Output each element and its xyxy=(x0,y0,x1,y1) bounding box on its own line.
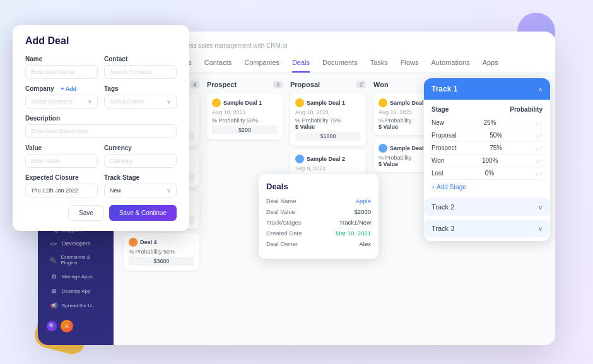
stage-won: Won xyxy=(432,157,444,164)
deals-row-date: Created Date Mar 10, 2021 xyxy=(266,230,371,237)
arrow-up[interactable]: ↑ xyxy=(539,170,543,177)
desktop-icon: 🖥 xyxy=(49,288,58,295)
track3-title: Track 3 xyxy=(432,225,454,232)
deal-track-label: Track/Stages xyxy=(266,219,302,226)
deal-title: Deal 4 xyxy=(129,238,194,247)
manage-icon: ⚙ xyxy=(49,273,58,280)
save-button[interactable]: Save xyxy=(68,205,104,221)
deal-card[interactable]: Deal 4 % Probability 50% $3600 xyxy=(124,233,199,271)
deal-value-label: Deal Value xyxy=(266,208,295,215)
deal-amount: $200 xyxy=(212,126,278,134)
sidebar-item-developers[interactable]: </> Developers xyxy=(44,237,107,250)
deal-avatar xyxy=(212,98,221,107)
deal-date: Aug 10, 2021 xyxy=(295,109,361,115)
currency-input[interactable]: Currency xyxy=(104,154,177,168)
arrow-down[interactable]: ↓ xyxy=(536,170,539,177)
value-label: Value xyxy=(25,144,98,151)
deal-card[interactable]: Sample Deal 1 Aug 10, 2021 % Probability… xyxy=(290,93,366,146)
arrow-down[interactable]: ↓ xyxy=(536,158,539,164)
add-stage-button[interactable]: + Add Stage xyxy=(432,184,466,191)
tab-companies[interactable]: Companies xyxy=(244,59,279,73)
deal-amount: $1800 xyxy=(295,132,361,141)
deal-track-value: Track1/New xyxy=(339,219,371,226)
chevron-down-icon: ∨ xyxy=(538,225,543,232)
track1-body: Stage Probability New 25% ↓ ↑ Proposal 5… xyxy=(424,100,550,198)
value-input[interactable]: Enter Value xyxy=(25,154,98,168)
name-input[interactable]: Enter Deal Name xyxy=(25,65,98,79)
track2-title: Track 2 xyxy=(432,203,454,211)
deal-name-value: Apple xyxy=(356,197,371,204)
tab-flows[interactable]: Flows xyxy=(401,59,419,73)
sidebar-item-extensions[interactable]: 🔌 Extensions & Plugins xyxy=(44,251,107,269)
deal-date-label: Created Date xyxy=(266,230,302,237)
track2-item[interactable]: Track 2 ∨ xyxy=(424,198,550,216)
sidebar-item-desktop[interactable]: 🖥 Desktop App xyxy=(44,285,107,298)
tab-automations[interactable]: Automations xyxy=(432,59,470,73)
dropdown-icon: ∨ xyxy=(167,187,171,194)
tab-tasks[interactable]: Tasks xyxy=(370,59,388,73)
track-row-prospect: Prospect 75% ↓ ↑ xyxy=(432,142,543,155)
closure-input[interactable]: Thu 11th Jan 2022 xyxy=(25,184,98,197)
contact-input[interactable]: Search Contacts xyxy=(104,65,177,79)
tab-apps[interactable]: Apps xyxy=(483,59,498,73)
arrow-down[interactable]: ↓ xyxy=(536,145,539,151)
sidebar-footer: 🔍 A xyxy=(38,315,114,338)
prob-lost: 0% xyxy=(485,170,494,177)
track-label: Track Stage xyxy=(104,174,177,181)
stage-prospect: Prospect xyxy=(432,144,456,151)
column-prospect-title: Prospect xyxy=(207,81,237,88)
track-field: Track Stage New ∨ xyxy=(104,174,177,197)
track-row-won: Won 100% ↓ ↑ xyxy=(432,155,543,167)
deal-probability: % Probability 50% xyxy=(129,249,194,255)
deal-owner-label: Deal Owner xyxy=(266,240,298,247)
tab-contacts[interactable]: Contacts xyxy=(204,59,232,73)
deals-row-value: Deal Value $2000 xyxy=(266,208,371,215)
column-won-title: Won xyxy=(373,81,389,88)
sidebar-item-manage[interactable]: ⚙ Manage Apps xyxy=(44,270,107,283)
track-select[interactable]: New ∨ xyxy=(104,184,177,197)
arrow-down[interactable]: ↓ xyxy=(536,132,539,139)
deals-row-track: Track/Stages Track1/New xyxy=(266,219,371,226)
description-input[interactable]: Enter Deal Description xyxy=(25,124,177,138)
deal-avatar xyxy=(129,238,138,247)
closure-field: Expected Closure Thu 11th Jan 2022 xyxy=(25,174,98,197)
add-deal-modal: Add Deal Name Enter Deal Name Contact Se… xyxy=(13,25,189,231)
deal-avatar xyxy=(379,144,387,153)
arrow-up[interactable]: ↑ xyxy=(540,158,543,164)
track-arrows-lost: ↓ ↑ xyxy=(536,170,543,177)
tab-documents[interactable]: Documents xyxy=(322,59,358,73)
currency-label: Currency xyxy=(104,144,177,151)
arrow-down[interactable]: ↓ xyxy=(536,120,539,126)
track-row-proposal: Proposal 50% ↓ ↑ xyxy=(432,129,543,142)
track1-header[interactable]: Track 1 ∧ xyxy=(424,78,550,100)
stage-lost: Lost xyxy=(432,170,443,177)
search-icon-bottom[interactable]: 🔍 xyxy=(47,321,57,331)
track3-item[interactable]: Track 3 ∨ xyxy=(424,220,550,237)
deal-avatar xyxy=(295,155,304,163)
tags-label: Tags xyxy=(104,85,177,92)
currency-field: Currency Currency xyxy=(104,144,177,168)
add-company-link[interactable]: + Add xyxy=(61,86,76,92)
company-label: Company + Add xyxy=(25,85,98,92)
avatar[interactable]: A xyxy=(61,320,73,332)
stage-col-header: Stage xyxy=(432,106,449,113)
deal-owner-value: Alex xyxy=(360,240,371,247)
name-field: Name Enter Deal Name xyxy=(25,56,98,79)
tab-deals[interactable]: Deals xyxy=(292,59,310,73)
dropdown-icon: ∨ xyxy=(88,98,92,105)
arrow-up[interactable]: ↑ xyxy=(540,120,543,126)
column-proposal-title: Proposal xyxy=(290,81,320,88)
arrow-up[interactable]: ↑ xyxy=(539,145,543,151)
track-arrows-proposal: ↓ ↑ xyxy=(536,132,543,139)
modal-form: Name Enter Deal Name Contact Search Cont… xyxy=(25,56,177,197)
sidebar-item-spread[interactable]: 📢 Spread the U... xyxy=(44,299,107,312)
deal-avatar xyxy=(379,98,387,107)
deal-card[interactable]: Sample Deal 1 Aug 10, 2021 % Probability… xyxy=(207,93,283,139)
description-label: Description xyxy=(25,115,177,122)
tags-select[interactable]: Select Option ∨ xyxy=(104,95,177,109)
arrow-up[interactable]: ↑ xyxy=(539,132,543,139)
save-continue-button[interactable]: Save & Continue xyxy=(109,205,177,221)
company-select[interactable]: Select Company ∨ xyxy=(25,95,98,109)
chevron-up-icon: ∧ xyxy=(538,86,543,93)
prob-proposal: 50% xyxy=(490,132,502,139)
